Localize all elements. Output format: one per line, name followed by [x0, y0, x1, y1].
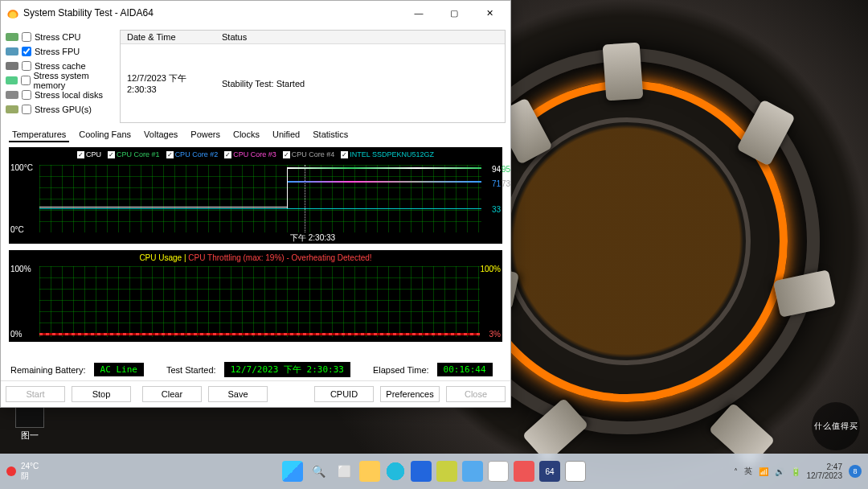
explorer-icon[interactable] [359, 461, 380, 482]
log-row[interactable]: 12/7/2023 下午 2:30:33 Stability Test: Sta… [121, 44, 505, 122]
legend-checkbox[interactable]: ✓ [166, 151, 174, 158]
cpuid-button[interactable]: CPUID [314, 386, 374, 402]
started-label: Test Started: [166, 365, 216, 375]
legend-checkbox[interactable]: ✓ [341, 151, 348, 158]
battery-value: AC Line [94, 363, 144, 376]
reading-core1: 95 [502, 165, 510, 174]
ms-store-icon[interactable] [488, 461, 509, 482]
aida64-taskbar-icon[interactable]: 64 [539, 461, 560, 482]
legend-item[interactable]: ✓CPU Core #3 [224, 150, 276, 158]
task-view-icon[interactable]: ⬜ [334, 461, 354, 482]
start-button-taskbar[interactable] [282, 461, 303, 482]
legend-item[interactable]: ✓CPU [77, 150, 101, 158]
log-col-status[interactable]: Status [215, 31, 505, 44]
tab-voltages[interactable]: Voltages [141, 128, 181, 142]
tab-clocks[interactable]: Clocks [230, 128, 263, 142]
stress-label: Stress system memory [34, 71, 115, 90]
taskbar: 24°C 阴 🔍 ⬜ 64 ˄ 英 📶 🔊 🔋 2:47 12/7/2023 8 [0, 454, 868, 489]
stress-checkbox[interactable] [22, 105, 31, 114]
stress-checkbox[interactable] [21, 76, 31, 85]
weather-icon [6, 466, 16, 476]
stress-row: Stress CPU [6, 30, 115, 44]
device-icon [6, 33, 18, 41]
stress-checkbox[interactable] [22, 32, 31, 42]
tray-expand-icon[interactable]: ˄ [734, 467, 738, 476]
log-status: Stability Test: Started [215, 44, 505, 122]
titlebar[interactable]: System Stability Test - AIDA64 — ▢ ✕ [1, 1, 510, 25]
lang-indicator[interactable]: 英 [744, 466, 752, 477]
device-icon [6, 105, 18, 113]
temp-rise [287, 167, 288, 208]
legend-checkbox[interactable]: ✓ [224, 151, 231, 158]
taskbar-weather[interactable]: 24°C 阴 [6, 462, 39, 482]
minimize-button[interactable]: — [401, 2, 436, 24]
app-icon-5[interactable] [565, 461, 586, 482]
system-tray[interactable]: ˄ 英 📶 🔊 🔋 2:47 12/7/2023 8 [734, 462, 862, 480]
chart-grid [39, 266, 480, 337]
temperature-traces [39, 165, 481, 232]
usage-reading-top: 100% [480, 265, 501, 273]
watermark-badge: 什么值得买 [812, 402, 860, 450]
close-window-button[interactable]: ✕ [472, 2, 507, 24]
device-icon [6, 76, 18, 84]
reading-ssd: 33 [492, 205, 501, 214]
desktop-icon[interactable]: 图一 [10, 405, 50, 442]
stress-row: Stress local disks [6, 88, 115, 102]
usage-chart: CPU Usage | CPU Throttling (max: 19%) - … [9, 250, 502, 342]
search-icon[interactable]: 🔍 [308, 461, 329, 482]
tab-powers[interactable]: Powers [187, 128, 223, 142]
legend-item[interactable]: ✓CPU Core #1 [108, 150, 160, 158]
stress-label: Stress local disks [35, 90, 103, 100]
edge-icon[interactable] [385, 461, 406, 482]
temperature-legend: ✓CPU✓CPU Core #1✓CPU Core #2✓CPU Core #3… [9, 150, 502, 158]
y2-bot: 0% [10, 330, 22, 339]
notifications-icon[interactable]: 8 [849, 465, 862, 478]
stress-row: Stress FPU [6, 44, 115, 59]
button-bar: Start Stop Clear Save CPUID Preferences … [1, 380, 510, 407]
app-icon-2[interactable] [436, 461, 457, 482]
stress-checkbox[interactable] [22, 90, 31, 100]
elapsed-value: 00:16:44 [437, 363, 493, 376]
stress-label: Stress CPU [35, 32, 80, 42]
stop-button[interactable]: Stop [72, 386, 131, 402]
app-icon-4[interactable] [514, 461, 534, 482]
aida64-window: System Stability Test - AIDA64 — ▢ ✕ Str… [0, 0, 511, 408]
tray-date: 12/7/2023 [807, 471, 843, 480]
app-icon-1[interactable] [411, 461, 432, 482]
app-icon-3[interactable] [462, 461, 483, 482]
tab-temperatures[interactable]: Temperatures [9, 128, 69, 142]
legend-item[interactable]: ✓INTEL SSDPEKNU512GZ [341, 150, 434, 158]
log-col-datetime[interactable]: Date & Time [121, 31, 215, 44]
close-button[interactable]: Close [446, 386, 506, 402]
preferences-button[interactable]: Preferences [380, 386, 440, 402]
stress-label: Stress cache [35, 61, 86, 71]
legend-checkbox[interactable]: ✓ [108, 151, 115, 158]
device-icon [6, 62, 18, 70]
stress-label: Stress GPU(s) [35, 105, 92, 114]
tab-cooling-fans[interactable]: Cooling Fans [76, 128, 134, 142]
legend-checkbox[interactable]: ✓ [283, 151, 290, 158]
clear-button[interactable]: Clear [142, 386, 202, 402]
save-button[interactable]: Save [208, 386, 268, 402]
window-title: System Stability Test - AIDA64 [23, 7, 154, 18]
start-button[interactable]: Start [6, 386, 65, 402]
volume-icon[interactable]: 🔊 [775, 467, 784, 476]
desktop-icon-label: 图一 [21, 430, 39, 440]
maximize-button[interactable]: ▢ [436, 2, 472, 24]
reading-core2: 71 [492, 179, 501, 188]
stress-row: Stress system memory [6, 73, 115, 88]
battery-icon[interactable]: 🔋 [791, 467, 800, 476]
legend-item[interactable]: ✓CPU Core #2 [166, 150, 219, 158]
tab-unified[interactable]: Unified [269, 128, 303, 142]
y-axis-bot: 0°C [10, 225, 24, 234]
stress-checkbox[interactable] [22, 61, 31, 71]
elapsed-label: Elapsed Time: [373, 365, 429, 375]
legend-item[interactable]: ✓CPU Core #4 [283, 150, 335, 158]
device-icon [6, 47, 18, 55]
stress-checkbox[interactable] [22, 47, 31, 56]
wifi-icon[interactable]: 📶 [759, 467, 768, 476]
legend-checkbox[interactable]: ✓ [77, 151, 84, 158]
tab-statistics[interactable]: Statistics [309, 128, 351, 142]
desktop-icon-thumb [15, 405, 44, 428]
stress-options: Stress CPU Stress FPU Stress cache Stres… [6, 30, 115, 123]
